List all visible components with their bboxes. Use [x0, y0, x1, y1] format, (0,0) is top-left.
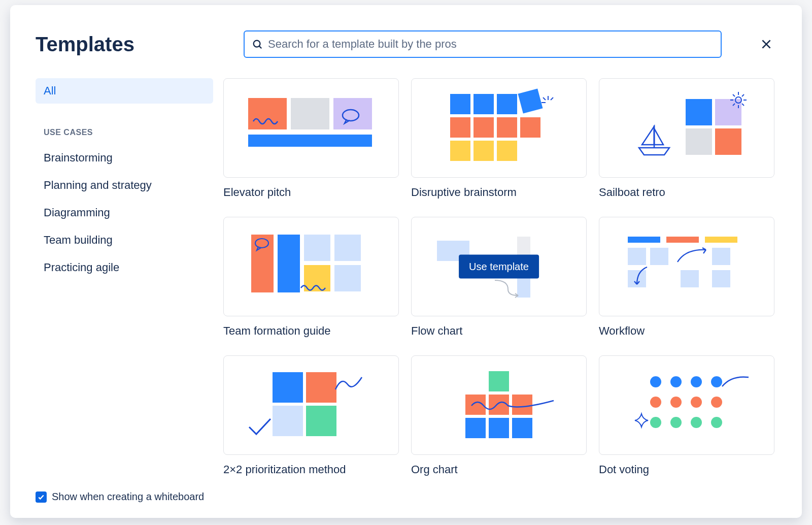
template-title: 2×2 prioritization method: [223, 463, 399, 476]
sun-icon: [729, 91, 748, 109]
svg-line-8: [551, 97, 553, 100]
template-thumbnail: [223, 217, 399, 316]
template-thumbnail: [599, 217, 774, 316]
arrow-icon: [633, 266, 653, 289]
template-card-elevator-pitch[interactable]: Elevator pitch: [223, 78, 399, 202]
template-thumbnail: [223, 78, 399, 178]
template-card-2x2-prioritization[interactable]: 2×2 prioritization method: [223, 355, 399, 479]
arrow-icon: [493, 278, 523, 299]
search-field[interactable]: [244, 30, 722, 58]
svg-point-0: [254, 41, 260, 47]
speech-bubble-icon: [253, 238, 270, 252]
template-grid: Elevator pitch Disru: [223, 78, 776, 479]
speech-bubble-icon: [341, 108, 361, 125]
use-template-button[interactable]: Use template: [459, 255, 539, 279]
squiggle-icon: [721, 374, 752, 389]
close-icon: [760, 38, 773, 51]
svg-point-4: [343, 110, 359, 121]
svg-line-17: [742, 94, 744, 96]
template-thumbnail: [599, 78, 774, 178]
search-input[interactable]: [268, 38, 714, 51]
template-thumbnail: Use template: [411, 217, 587, 316]
show-on-create-checkbox[interactable]: [36, 491, 47, 503]
squiggle-icon: [334, 374, 365, 395]
sparkle-icon: [633, 412, 650, 429]
arrow-icon: [675, 247, 711, 267]
sidebar-item-all[interactable]: All: [36, 78, 213, 104]
search-icon: [252, 39, 263, 50]
sidebar-section-heading: USE CASES: [44, 128, 213, 137]
page-title: Templates: [36, 33, 223, 56]
squiggle-icon: [300, 282, 330, 293]
squiggle-icon: [470, 399, 557, 414]
sidebar-item-team-building[interactable]: Team building: [36, 227, 213, 253]
sailboat-icon: [634, 122, 674, 158]
show-on-create-label: Show when creating a whiteboard: [52, 491, 204, 503]
template-card-flow-chart[interactable]: Use template Flow chart: [411, 217, 587, 340]
close-button[interactable]: [756, 34, 776, 54]
modal-footer: Show when creating a whiteboard: [36, 491, 776, 503]
template-thumbnail: [599, 355, 774, 455]
template-title: Disruptive brainstorm: [411, 186, 587, 199]
sidebar-item-diagramming[interactable]: Diagramming: [36, 200, 213, 225]
template-title: Flow chart: [411, 324, 587, 338]
modal-body: All USE CASES Brainstorming Planning and…: [36, 78, 776, 479]
template-title: Sailboat retro: [599, 186, 774, 199]
template-title: Org chart: [411, 463, 587, 476]
spark-icon: [540, 95, 556, 110]
template-card-sailboat-retro[interactable]: Sailboat retro: [599, 78, 774, 202]
template-card-workflow[interactable]: Workflow: [599, 217, 774, 340]
svg-point-19: [255, 239, 268, 248]
svg-line-16: [742, 104, 744, 106]
template-title: Workflow: [599, 324, 774, 338]
sidebar-item-planning[interactable]: Planning and strategy: [36, 173, 213, 198]
template-title: Dot voting: [599, 463, 774, 476]
sidebar-item-brainstorming[interactable]: Brainstorming: [36, 145, 213, 171]
sidebar: All USE CASES Brainstorming Planning and…: [36, 78, 223, 479]
template-card-org-chart[interactable]: Org chart: [411, 355, 587, 479]
template-thumbnail: [223, 355, 399, 455]
template-thumbnail: [411, 78, 587, 178]
svg-line-15: [733, 94, 735, 96]
svg-line-1: [259, 46, 261, 48]
templates-modal: Templates All USE CASES Brainstorming Pl…: [10, 5, 802, 518]
check-icon: [38, 494, 45, 501]
template-card-disruptive-brainstorm[interactable]: Disruptive brainstorm: [411, 78, 587, 202]
sidebar-item-agile[interactable]: Practicing agile: [36, 255, 213, 280]
check-icon: [247, 417, 273, 437]
template-title: Elevator pitch: [223, 186, 399, 199]
svg-line-7: [543, 97, 546, 100]
squiggle-icon: [252, 115, 283, 127]
template-card-team-formation[interactable]: Team formation guide: [223, 217, 399, 340]
svg-line-18: [733, 104, 735, 106]
template-title: Team formation guide: [223, 324, 399, 338]
svg-point-10: [735, 97, 741, 103]
template-thumbnail: [411, 355, 587, 455]
template-card-dot-voting[interactable]: Dot voting: [599, 355, 774, 479]
modal-header: Templates: [36, 30, 776, 58]
